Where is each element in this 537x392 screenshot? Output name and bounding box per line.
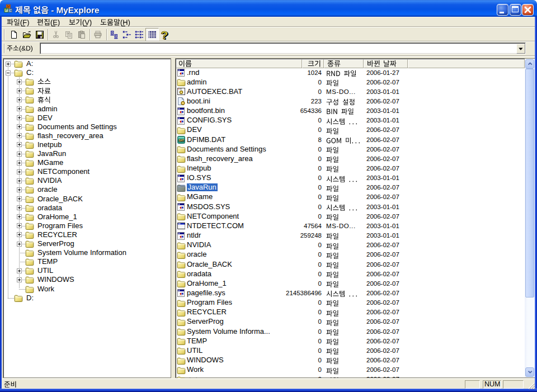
svg-text:C: C [9,9,11,12]
svg-text:?: ? [161,29,168,41]
svg-text:DAT: DAT [178,139,183,142]
svg-text:F: F [5,8,7,12]
